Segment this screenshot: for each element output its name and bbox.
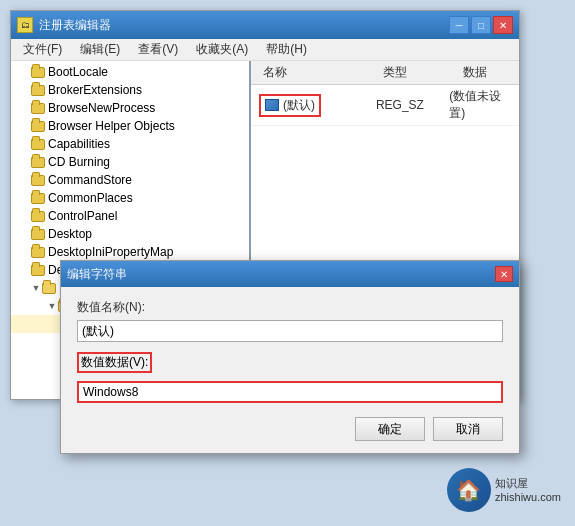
folder-icon-desktopini <box>31 247 45 258</box>
detail-row-default[interactable]: (默认) REG_SZ (数值未设置) <box>251 85 519 126</box>
folder-icon-cdburning <box>31 157 45 168</box>
folder-icon-desktop <box>31 229 45 240</box>
folder-icon-commandstore <box>31 175 45 186</box>
close-button[interactable]: ✕ <box>493 16 513 34</box>
folder-icon-browsenew <box>31 103 45 114</box>
edit-string-dialog: 编辑字符串 ✕ 数值名称(N): 数值数据(V): 确定 取消 <box>60 260 520 454</box>
tree-label-brokerext: BrokerExtensions <box>48 83 142 97</box>
tree-label-controlpanel: ControlPanel <box>48 209 117 223</box>
tree-label-desktop: Desktop <box>48 227 92 241</box>
dialog-data-input[interactable] <box>77 381 503 403</box>
folder-icon-driveicons <box>42 283 56 294</box>
cell-type: REG_SZ <box>368 98 441 112</box>
watermark: 🏠 知识屋 zhishiwu.com <box>447 468 561 512</box>
tree-label-browserhelper: Browser Helper Objects <box>48 119 175 133</box>
col-name: 名称 <box>255 63 375 82</box>
detail-header: 名称 类型 数据 <box>251 61 519 85</box>
cell-data: (数值未设置) <box>441 88 511 122</box>
tree-item-cdburning[interactable]: CD Burning <box>11 153 249 171</box>
tree-item-capabilities[interactable]: Capabilities <box>11 135 249 153</box>
tree-item-controlpanel[interactable]: ControlPanel <box>11 207 249 225</box>
watermark-icon-text: 🏠 <box>456 478 481 502</box>
folder-icon-capabilities <box>31 139 45 150</box>
tree-label-commonplaces: CommonPlaces <box>48 191 133 205</box>
tree-item-browsenew[interactable]: BrowseNewProcess <box>11 99 249 117</box>
tree-label-bootlocale: BootLocale <box>48 65 108 79</box>
expand-arrow-c: ▼ <box>47 301 57 311</box>
menu-file[interactable]: 文件(F) <box>15 39 70 60</box>
tree-item-browserhelper[interactable]: Browser Helper Objects <box>11 117 249 135</box>
col-data: 数据 <box>455 63 495 82</box>
dialog-content: 数值名称(N): 数值数据(V): 确定 取消 <box>61 287 519 453</box>
app-icon: 🗂 <box>17 17 33 33</box>
expand-arrow-driveicons: ▼ <box>31 283 41 293</box>
tree-label-cdburning: CD Burning <box>48 155 110 169</box>
dialog-close-button[interactable]: ✕ <box>495 266 513 282</box>
folder-icon-controlpanel <box>31 211 45 222</box>
tree-item-desktop[interactable]: Desktop <box>11 225 249 243</box>
tree-item-commonplaces[interactable]: CommonPlaces <box>11 189 249 207</box>
menu-help[interactable]: 帮助(H) <box>258 39 315 60</box>
title-bar: 🗂 注册表编辑器 ─ □ ✕ <box>11 11 519 39</box>
watermark-text-block: 知识屋 zhishiwu.com <box>495 476 561 505</box>
tree-item-desktopini[interactable]: DesktopIniPropertyMap <box>11 243 249 261</box>
dialog-buttons: 确定 取消 <box>77 413 503 441</box>
folder-icon-deviceupdate <box>31 265 45 276</box>
dialog-title: 编辑字符串 <box>67 266 127 283</box>
menu-favorites[interactable]: 收藏夹(A) <box>188 39 256 60</box>
tree-item-brokerext[interactable]: BrokerExtensions <box>11 81 249 99</box>
menu-view[interactable]: 查看(V) <box>130 39 186 60</box>
maximize-button[interactable]: □ <box>471 16 491 34</box>
dialog-confirm-button[interactable]: 确定 <box>355 417 425 441</box>
cell-name: (默认) <box>259 94 368 117</box>
menu-bar: 文件(F) 编辑(E) 查看(V) 收藏夹(A) 帮助(H) <box>11 39 519 61</box>
tree-label-desktopini: DesktopIniPropertyMap <box>48 245 173 259</box>
dialog-title-bar: 编辑字符串 ✕ <box>61 261 519 287</box>
reg-icon <box>265 99 279 111</box>
tree-item-commandstore[interactable]: CommandStore <box>11 171 249 189</box>
watermark-logo: 🏠 <box>447 468 491 512</box>
dialog-data-label-text: 数值数据(V): <box>81 355 148 369</box>
dialog-cancel-button[interactable]: 取消 <box>433 417 503 441</box>
title-bar-left: 🗂 注册表编辑器 <box>17 17 111 34</box>
dialog-name-label: 数值名称(N): <box>77 299 503 316</box>
tree-item-bootlocale[interactable]: BootLocale <box>11 63 249 81</box>
dialog-name-input[interactable] <box>77 320 503 342</box>
folder-icon-brokerext <box>31 85 45 96</box>
watermark-line1: 知识屋 <box>495 476 561 490</box>
folder-icon-commonplaces <box>31 193 45 204</box>
tree-label-browsenew: BrowseNewProcess <box>48 101 155 115</box>
folder-icon-browserhelper <box>31 121 45 132</box>
tree-label-capabilities: Capabilities <box>48 137 110 151</box>
minimize-button[interactable]: ─ <box>449 16 469 34</box>
tree-label-commandstore: CommandStore <box>48 173 132 187</box>
dialog-data-label: 数值数据(V): <box>77 352 152 373</box>
name-badge: (默认) <box>259 94 321 117</box>
cell-name-value: (默认) <box>283 97 315 114</box>
watermark-line2: zhishiwu.com <box>495 490 561 504</box>
col-type: 类型 <box>375 63 455 82</box>
window-title: 注册表编辑器 <box>39 17 111 34</box>
menu-edit[interactable]: 编辑(E) <box>72 39 128 60</box>
folder-icon-bootlocale <box>31 67 45 78</box>
window-controls: ─ □ ✕ <box>449 16 513 34</box>
